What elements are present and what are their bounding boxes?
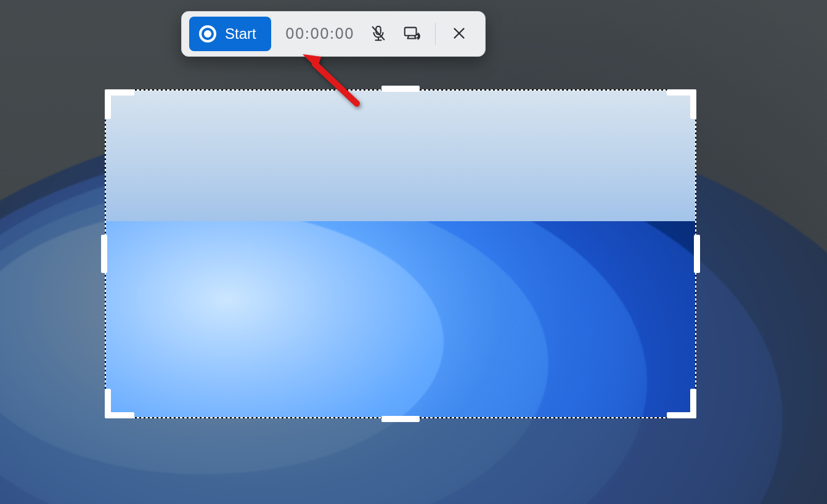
microphone-mute-icon	[369, 24, 388, 44]
recording-toolbar: Start 00:00:00	[181, 11, 486, 57]
resize-handle-left[interactable]	[101, 235, 107, 273]
recording-timer: 00:00:00	[282, 25, 357, 43]
svg-rect-2	[404, 27, 416, 35]
capture-selection[interactable]	[105, 89, 696, 418]
start-button-label: Start	[225, 25, 256, 43]
close-button[interactable]	[447, 22, 471, 46]
resize-handle-bottom[interactable]	[381, 416, 420, 422]
resize-handle-right[interactable]	[694, 235, 700, 273]
dim-overlay	[0, 418, 827, 504]
system-audio-toggle-button[interactable]	[399, 22, 424, 46]
resize-handle-top[interactable]	[381, 86, 420, 92]
system-audio-icon	[402, 24, 421, 44]
record-icon	[199, 25, 216, 43]
dim-overlay	[0, 89, 105, 418]
toolbar-separator	[435, 23, 436, 45]
dim-overlay	[696, 89, 827, 418]
start-button[interactable]: Start	[189, 17, 271, 51]
microphone-toggle-button[interactable]	[366, 22, 391, 46]
close-icon	[450, 24, 468, 44]
